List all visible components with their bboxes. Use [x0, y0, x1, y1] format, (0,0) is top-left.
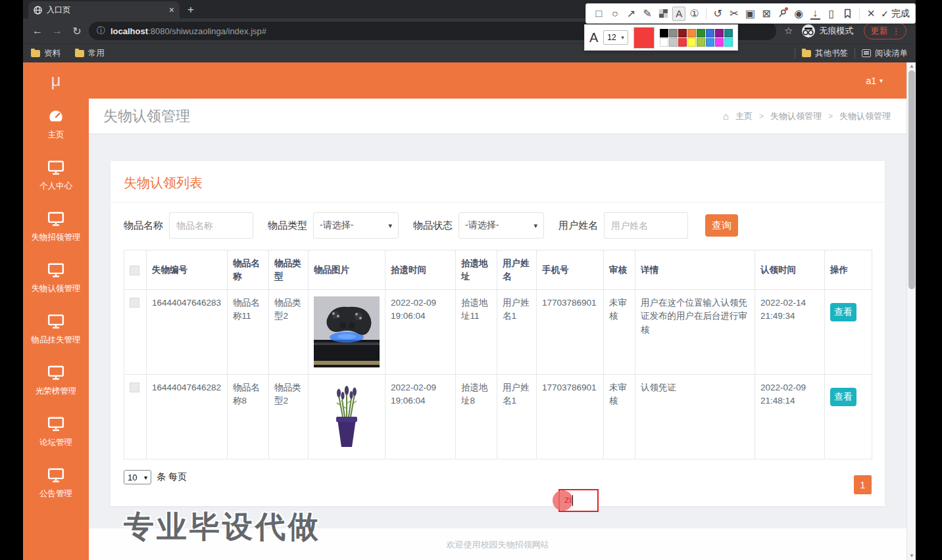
cell-type: 物品类型2 — [269, 290, 309, 375]
pencil-tool-icon[interactable]: ✎ — [640, 6, 655, 22]
sidebar-label: 物品挂失管理 — [32, 335, 81, 346]
sidebar-item-claim-mgmt[interactable]: 失物认领管理 — [23, 252, 89, 304]
select-all-checkbox[interactable] — [130, 266, 139, 275]
tab-close-icon[interactable]: × — [169, 5, 174, 15]
sidebar-item-forum-mgmt[interactable]: 论坛管理 — [23, 406, 89, 457]
view-button[interactable]: 查看 — [830, 388, 856, 406]
color-swatch[interactable] — [697, 38, 705, 47]
reload-button[interactable]: ↻ — [69, 25, 85, 37]
item-status-select[interactable]: -请选择- ▾ — [459, 212, 544, 239]
view-button[interactable]: 查看 — [830, 303, 856, 321]
cell-id: 16444047646282 — [147, 375, 228, 459]
row-checkbox[interactable] — [130, 298, 139, 308]
reading-list[interactable]: 阅读清单 — [862, 48, 908, 59]
color-swatch[interactable] — [706, 29, 714, 37]
mosaic-tool-icon[interactable] — [656, 6, 671, 22]
cell-phone: 17703786901 — [537, 290, 604, 375]
sidebar-item-announcement-mgmt[interactable]: 公告管理 — [23, 457, 89, 509]
pin-icon[interactable] — [775, 6, 790, 22]
user-name-input[interactable] — [604, 212, 688, 239]
color-swatch[interactable] — [669, 29, 678, 37]
item-photo-potted-plant — [314, 381, 380, 452]
undo-icon[interactable]: ↺ — [710, 6, 726, 22]
scrollbar[interactable]: ▲ ▼ — [906, 62, 916, 560]
sidebar-item-lost-found-mgmt[interactable]: 失物招领管理 — [23, 201, 89, 252]
ellipse-tool-icon[interactable]: ○ — [608, 6, 623, 22]
bookmark-folder-1[interactable]: 资料 — [31, 48, 61, 59]
site-info-icon[interactable]: ⓘ — [97, 25, 105, 37]
color-swatch[interactable] — [660, 38, 668, 47]
search-button[interactable]: 查询 — [705, 214, 738, 237]
rectangle-tool-icon[interactable]: □ — [591, 6, 607, 22]
paste-icon[interactable]: ▣ — [743, 6, 758, 22]
item-type-select[interactable]: -请选择- ▾ — [313, 212, 399, 239]
done-button[interactable]: ✓ 完成 — [881, 8, 910, 20]
folder-icon — [31, 50, 40, 57]
sidebar-item-profile[interactable]: 个人中心 — [23, 150, 89, 201]
annotation-text[interactable]: zi — [564, 494, 573, 506]
bookmark-label: 资料 — [44, 48, 61, 59]
text-tool-icon[interactable]: A — [672, 7, 685, 21]
color-swatch[interactable] — [715, 29, 724, 37]
color-swatch[interactable] — [697, 29, 705, 37]
device-icon[interactable]: ▯ — [824, 6, 839, 22]
scroll-down-arrow[interactable]: ▼ — [907, 552, 916, 560]
bookmark-star-icon[interactable]: ☆ — [784, 25, 793, 37]
page-number-button[interactable]: 1 — [854, 475, 872, 494]
monitor-icon — [47, 467, 64, 484]
color-swatch[interactable] — [669, 38, 678, 47]
color-swatch[interactable] — [715, 38, 724, 47]
other-bookmarks[interactable]: 其他书签 — [802, 48, 848, 59]
divider — [855, 48, 855, 58]
font-size-select[interactable]: 12 ▾ — [603, 30, 628, 45]
select-region-icon[interactable]: ⊠ — [759, 6, 774, 22]
col-header-action: 操作 — [825, 250, 872, 290]
color-swatch[interactable] — [724, 38, 733, 47]
breadcrumb-section[interactable]: 失物认领管理 — [770, 110, 822, 122]
scrollbar-thumb[interactable] — [908, 70, 915, 289]
page-size-select[interactable]: 10 ▾ — [124, 470, 151, 484]
item-name-input[interactable] — [169, 212, 253, 239]
new-tab-button[interactable]: + — [187, 1, 194, 18]
update-button[interactable]: 更新 ⋮ — [864, 22, 906, 39]
color-swatch[interactable] — [706, 38, 714, 47]
breadcrumb-home[interactable]: 主页 — [735, 110, 753, 122]
cancel-icon[interactable]: × — [864, 6, 879, 22]
forward-button[interactable]: → — [49, 25, 65, 37]
cell-found-time: 2022-02-09 19:06:04 — [385, 290, 456, 375]
cell-id: 16444047646283 — [147, 290, 228, 375]
color-swatch[interactable] — [678, 38, 687, 47]
scroll-up-arrow[interactable]: ▲ — [907, 62, 916, 70]
arrow-tool-icon[interactable]: ↗ — [624, 6, 639, 22]
current-color-swatch[interactable] — [633, 27, 655, 49]
browser-tab[interactable]: 入口页 × — [28, 1, 180, 18]
browser-menu-icon[interactable]: ⋮ — [891, 26, 900, 36]
cell-type: 物品类型2 — [269, 375, 309, 459]
sidebar-label: 光荣榜管理 — [36, 386, 77, 397]
bookmark-folder-2[interactable]: 常用 — [75, 48, 105, 59]
col-header-name: 物品名称 — [228, 250, 269, 290]
cell-audit: 未审核 — [604, 290, 635, 375]
color-swatch[interactable] — [687, 38, 696, 47]
screen: 入口页 × + ← → ↻ ⓘ localhost:8080/shiwuzaol… — [0, 0, 942, 560]
breadcrumb-current: 失物认领管理 — [839, 110, 891, 122]
done-label: 完成 — [891, 8, 910, 20]
color-swatch[interactable] — [724, 29, 733, 37]
sidebar-item-home[interactable]: 主页 — [23, 99, 89, 150]
color-swatch[interactable] — [660, 29, 668, 37]
record-icon[interactable]: ◉ — [791, 6, 806, 22]
crop-icon[interactable]: ✂ — [727, 6, 742, 22]
url-host: localhost — [111, 26, 148, 36]
color-swatch[interactable] — [678, 29, 687, 37]
sidebar-item-honor-roll-mgmt[interactable]: 光荣榜管理 — [23, 355, 89, 406]
back-button[interactable]: ← — [30, 25, 45, 37]
row-checkbox[interactable] — [130, 383, 139, 392]
user-menu[interactable]: a1 ▾ — [866, 76, 883, 86]
bookmark-flag-icon[interactable] — [840, 6, 855, 22]
download-icon[interactable]: ↓ — [810, 8, 820, 20]
monitor-icon — [47, 262, 64, 279]
number-tool-icon[interactable]: ① — [687, 6, 702, 22]
sidebar-item-loss-report-mgmt[interactable]: 物品挂失管理 — [23, 304, 89, 355]
color-swatch[interactable] — [687, 29, 696, 37]
divider — [859, 8, 860, 20]
